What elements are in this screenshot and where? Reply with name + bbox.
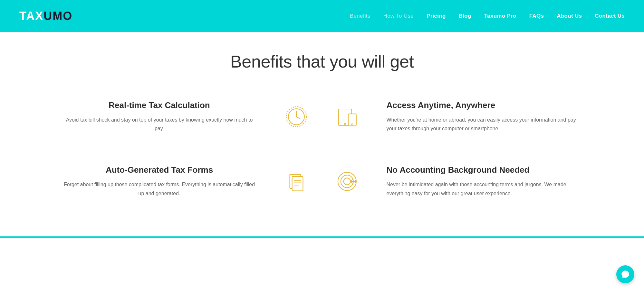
svg-point-4: [295, 116, 297, 117]
row-gap: [48, 139, 596, 159]
logo-text-part1: TAX: [19, 9, 43, 23]
site-header: TAXUMO Benefits How To Use Pricing Blog …: [0, 0, 644, 32]
benefit-access-icon-cell: [322, 94, 374, 139]
nav-benefits[interactable]: Benefits: [350, 13, 370, 19]
benefit-autogenerated: Auto-Generated Tax Forms Forget about fi…: [48, 159, 271, 204]
main-content: Benefits that you will get Real-time Tax…: [0, 32, 644, 224]
benefit-noaccounting-icon-cell: [322, 159, 374, 204]
documents-icon: [284, 167, 309, 196]
benefit-noaccounting-title: No Accounting Background Needed: [387, 165, 583, 175]
nav-pricing[interactable]: Pricing: [427, 13, 446, 19]
benefit-noaccounting-desc: Never be intimidated again with those ac…: [387, 180, 583, 197]
nav-taxumo-pro[interactable]: Taxumo Pro: [484, 13, 516, 19]
svg-point-6: [344, 123, 346, 125]
benefit-realtime-icon-cell: [271, 94, 322, 139]
logo-text-part2: UMO: [43, 9, 72, 23]
benefit-realtime: Real-time Tax Calculation Avoid tax bill…: [48, 94, 271, 139]
nav-about-us[interactable]: About Us: [557, 13, 582, 19]
benefit-access-desc: Whether you're at home or abroad, you ca…: [387, 115, 583, 133]
benefit-autogenerated-icon-cell: [271, 159, 322, 204]
benefits-grid: Real-time Tax Calculation Avoid tax bill…: [48, 94, 596, 204]
main-nav: Benefits How To Use Pricing Blog Taxumo …: [350, 13, 625, 19]
devices-icon: [335, 102, 361, 131]
clock-icon: [284, 102, 309, 131]
nav-blog[interactable]: Blog: [459, 13, 471, 19]
bottom-accent-line: [0, 236, 644, 238]
target-icon: [335, 167, 361, 196]
benefit-access-title: Access Anytime, Anywhere: [387, 100, 583, 110]
nav-faqs[interactable]: FAQs: [529, 13, 544, 19]
benefit-realtime-title: Real-time Tax Calculation: [61, 100, 258, 110]
svg-rect-7: [348, 114, 356, 126]
svg-rect-10: [292, 177, 303, 191]
nav-contact-us[interactable]: Contact Us: [595, 13, 625, 19]
benefit-access: Access Anytime, Anywhere Whether you're …: [374, 94, 596, 139]
benefit-autogenerated-desc: Forget about filling up those complicate…: [61, 180, 258, 197]
benefit-realtime-desc: Avoid tax bill shock and stay on top of …: [61, 115, 258, 133]
page-title: Benefits that you will get: [26, 51, 618, 71]
nav-how-to-use[interactable]: How To Use: [383, 13, 414, 19]
benefit-noaccounting: No Accounting Background Needed Never be…: [374, 159, 596, 204]
svg-point-16: [343, 178, 350, 185]
logo[interactable]: TAXUMO: [19, 9, 72, 23]
benefit-autogenerated-title: Auto-Generated Tax Forms: [61, 165, 258, 175]
